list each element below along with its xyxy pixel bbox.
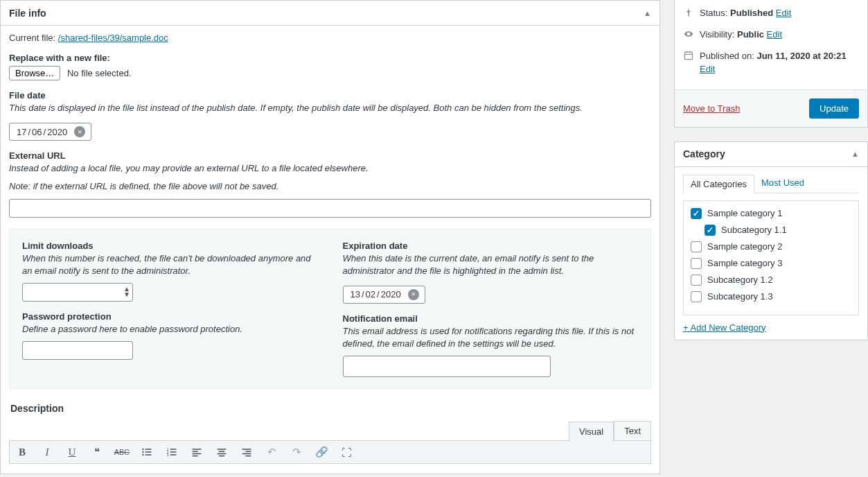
category-item: Subcategory 1.2	[691, 275, 851, 286]
category-checkbox[interactable]	[705, 225, 716, 236]
fullscreen-icon[interactable]: ⛶	[339, 445, 353, 459]
category-checkbox[interactable]	[691, 275, 702, 286]
current-file-label: Current file:	[9, 33, 55, 43]
collapse-toggle[interactable]: ▲	[644, 9, 651, 17]
advanced-panel: Limit downloads When this number is reac…	[9, 229, 651, 390]
external-url-input[interactable]	[9, 199, 651, 218]
published-row: Published on: Jun 11, 2020 at 20:21 Edit	[683, 50, 859, 75]
svg-rect-15	[193, 456, 198, 457]
quote-icon[interactable]: ❝	[90, 445, 104, 459]
category-checkbox[interactable]	[691, 241, 702, 252]
status-row: Status: Published Edit	[683, 7, 859, 21]
publish-actions: Move to Trash Update	[675, 89, 867, 127]
svg-rect-17	[219, 451, 224, 453]
bullet-list-icon[interactable]	[140, 445, 154, 459]
limit-downloads-input[interactable]	[22, 283, 133, 302]
clear-date-icon[interactable]: ×	[74, 126, 85, 137]
svg-rect-22	[242, 453, 251, 455]
link-icon[interactable]: 🔗	[315, 445, 328, 459]
svg-rect-16	[218, 449, 227, 451]
category-label[interactable]: Subcategory 1.2	[707, 275, 773, 285]
tab-all-categories[interactable]: All Categories	[683, 175, 754, 193]
limit-downloads-desc: When this number is reached, the file ca…	[22, 252, 318, 277]
svg-text:3: 3	[167, 453, 169, 457]
category-title: Category	[683, 148, 725, 159]
file-date-desc: This date is displayed in the file list …	[9, 102, 651, 114]
file-info-header: File info ▲	[1, 1, 659, 26]
file-info-panel: File info ▲ Current file: /shared-files/…	[0, 0, 660, 474]
editor-tabs: Visual Text	[9, 421, 651, 440]
notification-email-input[interactable]	[343, 356, 551, 377]
notification-email-label: Notification email	[343, 313, 639, 324]
category-label[interactable]: Sample category 3	[707, 258, 782, 268]
svg-rect-19	[219, 456, 224, 457]
category-checkbox[interactable]	[691, 208, 702, 219]
svg-point-2	[142, 451, 143, 453]
file-date-label: File date	[9, 90, 651, 101]
category-label[interactable]: Subcategory 1.1	[721, 225, 787, 235]
file-date-input[interactable]: 17/06/2020 ×	[9, 123, 91, 141]
category-list: Sample category 1Subcategory 1.1Sample c…	[683, 200, 859, 315]
add-category-link[interactable]: + Add New Category	[683, 322, 766, 333]
svg-rect-12	[193, 449, 202, 451]
eye-icon	[683, 28, 694, 43]
svg-rect-7	[170, 449, 177, 451]
editor-toolbar: B I U ❝ ABC 123	[9, 440, 651, 464]
strikethrough-icon[interactable]: ABC	[115, 445, 129, 459]
svg-rect-3	[145, 452, 152, 453]
category-label[interactable]: Subcategory 1.3	[707, 291, 773, 302]
edit-published-link[interactable]: Edit	[700, 64, 715, 74]
svg-rect-24	[684, 53, 692, 60]
category-item: Sample category 1	[691, 208, 851, 219]
tab-visual[interactable]: Visual	[569, 422, 614, 441]
visibility-row: Visibility: Public Edit	[683, 28, 859, 43]
align-center-icon[interactable]	[215, 445, 229, 459]
underline-icon[interactable]: U	[65, 445, 79, 459]
pin-icon	[683, 7, 694, 21]
numbered-list-icon[interactable]: 123	[165, 445, 179, 459]
external-url-desc2: Note: if the external URL is defined, th…	[9, 180, 651, 193]
update-button[interactable]: Update	[809, 98, 859, 119]
svg-rect-18	[218, 453, 227, 455]
category-checkbox[interactable]	[691, 291, 702, 302]
category-label[interactable]: Sample category 1	[707, 208, 782, 218]
svg-rect-14	[193, 453, 202, 455]
number-stepper[interactable]: ▲▼	[123, 286, 130, 297]
current-file-link[interactable]: /shared-files/39/sample.doc	[58, 33, 168, 43]
edit-status-link[interactable]: Edit	[776, 8, 791, 18]
tab-most-used[interactable]: Most Used	[754, 174, 811, 193]
svg-rect-20	[242, 449, 251, 451]
category-label[interactable]: Sample category 2	[707, 241, 782, 252]
svg-rect-13	[193, 451, 198, 453]
collapse-toggle[interactable]: ▲	[851, 150, 859, 158]
edit-visibility-link[interactable]: Edit	[767, 29, 782, 40]
move-to-trash-link[interactable]: Move to Trash	[683, 103, 740, 114]
no-file-text: No file selected.	[67, 68, 132, 78]
description-label: Description	[10, 403, 651, 414]
svg-point-4	[142, 454, 143, 456]
svg-rect-21	[245, 451, 251, 453]
svg-rect-23	[245, 456, 251, 457]
align-right-icon[interactable]	[240, 445, 254, 459]
undo-icon[interactable]: ↶	[265, 445, 278, 459]
password-input[interactable]	[22, 341, 133, 360]
clear-exp-icon[interactable]: ×	[408, 289, 419, 300]
category-item: Subcategory 1.3	[691, 291, 851, 302]
expiration-label: Expiration date	[343, 241, 639, 251]
publish-panel: Status: Published Edit Visibility: Publi…	[674, 0, 868, 128]
redo-icon[interactable]: ↷	[290, 445, 303, 459]
align-left-icon[interactable]	[190, 445, 204, 459]
category-header: Category ▲	[675, 142, 867, 167]
category-checkbox[interactable]	[691, 258, 702, 269]
file-info-title: File info	[9, 8, 46, 19]
svg-point-0	[142, 449, 143, 450]
expiration-date-input[interactable]: 13/02/2020 ×	[343, 286, 425, 304]
bold-icon[interactable]: B	[15, 445, 29, 459]
svg-rect-11	[170, 455, 177, 456]
category-panel: Category ▲ All Categories Most Used Samp…	[674, 141, 868, 340]
tab-text[interactable]: Text	[614, 421, 651, 440]
browse-button[interactable]: Browse…	[9, 66, 60, 80]
password-desc: Define a password here to enable passwor…	[22, 323, 318, 336]
limit-downloads-label: Limit downloads	[22, 241, 318, 251]
italic-icon[interactable]: I	[40, 445, 54, 459]
